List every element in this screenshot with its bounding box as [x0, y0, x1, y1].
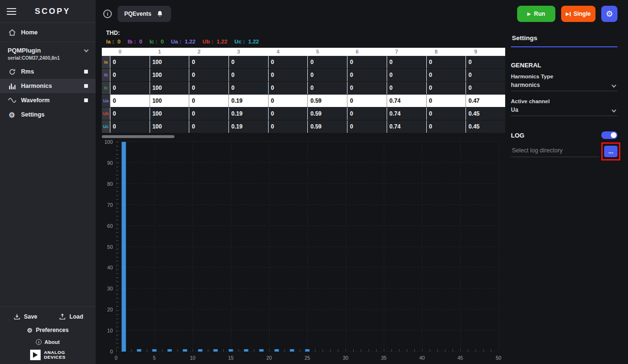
- table-row-ub[interactable]: Ub010000.1900.5900.7400.45: [102, 107, 505, 120]
- browse-directory-button[interactable]: ...: [604, 146, 617, 157]
- cell-ib-8[interactable]: 0: [426, 69, 466, 81]
- cell-ib-2[interactable]: 0: [189, 69, 228, 81]
- log-section: LOG ...: [511, 131, 617, 157]
- cell-uc-0[interactable]: 0: [110, 120, 150, 133]
- sidebar-plugin-header[interactable]: PQMPlugin serial:COM37,2400,8n1: [0, 42, 96, 64]
- cell-ua-7[interactable]: 0.74: [387, 95, 426, 107]
- preferences-button[interactable]: ⚙ Preferences: [0, 327, 96, 333]
- cell-ua-3[interactable]: 0.19: [228, 95, 268, 107]
- cell-ua-9[interactable]: 0.47: [466, 95, 505, 107]
- sidebar-item-harmonics[interactable]: Harmonics: [0, 79, 96, 93]
- settings-gear-button[interactable]: ⚙: [601, 6, 617, 22]
- analog-devices-logo: ANALOG DEVICES: [0, 350, 96, 360]
- table-horizontal-scrollbar[interactable]: [102, 135, 505, 139]
- sidebar-item-rms[interactable]: Rms: [0, 64, 96, 79]
- cell-uc-4[interactable]: 0: [268, 120, 308, 133]
- cell-ub-8[interactable]: 0: [426, 107, 466, 120]
- table-row-uc[interactable]: Uc010000.1900.5900.7400.45: [102, 120, 505, 133]
- cell-ub-6[interactable]: 0: [347, 107, 387, 120]
- cell-ib-6[interactable]: 0: [347, 69, 387, 81]
- save-label: Save: [24, 313, 37, 320]
- cell-ib-1[interactable]: 100: [150, 69, 189, 81]
- cell-ic-9[interactable]: 0: [466, 82, 505, 94]
- cell-ub-3[interactable]: 0.19: [228, 107, 268, 120]
- cell-ib-9[interactable]: 0: [466, 69, 505, 81]
- cell-ia-2[interactable]: 0: [189, 56, 228, 68]
- cell-ic-5[interactable]: 0: [307, 82, 347, 94]
- log-directory-input[interactable]: [511, 147, 599, 157]
- cell-ib-5[interactable]: 0: [307, 69, 347, 81]
- cell-ic-3[interactable]: 0: [228, 82, 268, 94]
- cell-ub-0[interactable]: 0: [110, 107, 150, 120]
- cell-ub-9[interactable]: 0.45: [466, 107, 505, 120]
- cell-ic-0[interactable]: 0: [110, 82, 150, 94]
- cell-ic-4[interactable]: 0: [268, 82, 308, 94]
- general-heading: GENERAL: [511, 62, 617, 69]
- rms-run-indicator[interactable]: [84, 70, 88, 74]
- cell-ua-0[interactable]: 0: [110, 95, 150, 107]
- x-tick-label: 50: [496, 355, 501, 361]
- harmonics-type-dropdown[interactable]: harmonics: [511, 82, 617, 91]
- harmonics-run-indicator[interactable]: [84, 84, 88, 88]
- cell-ua-5[interactable]: 0.59: [307, 95, 347, 107]
- table-row-ua[interactable]: Ua010000.1900.5900.7400.47: [102, 95, 505, 107]
- cell-ub-1[interactable]: 100: [150, 107, 189, 120]
- cell-uc-9[interactable]: 0.45: [466, 120, 505, 133]
- cell-uc-1[interactable]: 100: [150, 120, 189, 133]
- menu-toggle-button[interactable]: [7, 8, 16, 15]
- cell-ua-4[interactable]: 0: [268, 95, 308, 107]
- cell-ic-2[interactable]: 0: [189, 82, 228, 94]
- cell-ua-1[interactable]: 100: [150, 95, 189, 107]
- cell-uc-8[interactable]: 0: [426, 120, 466, 133]
- cell-ua-2[interactable]: 0: [189, 95, 228, 107]
- cell-uc-3[interactable]: 0.19: [228, 120, 268, 133]
- cell-ia-0[interactable]: 0: [110, 56, 150, 68]
- cell-ic-8[interactable]: 0: [426, 82, 466, 94]
- cell-ub-4[interactable]: 0: [268, 107, 308, 120]
- pqevents-button[interactable]: PQEvents: [118, 6, 171, 22]
- cell-ib-4[interactable]: 0: [268, 69, 308, 81]
- single-button[interactable]: ▶ Single: [561, 6, 596, 22]
- sidebar-item-settings[interactable]: ⚙ Settings: [0, 107, 96, 122]
- row-label-ic: Ic: [102, 82, 110, 94]
- save-button[interactable]: Save: [12, 313, 37, 320]
- cell-uc-6[interactable]: 0: [347, 120, 387, 133]
- cell-uc-7[interactable]: 0.74: [387, 120, 426, 133]
- cell-ia-8[interactable]: 0: [426, 56, 466, 68]
- cell-ib-3[interactable]: 0: [228, 69, 268, 81]
- cell-ib-7[interactable]: 0: [387, 69, 426, 81]
- cell-ub-5[interactable]: 0.59: [307, 107, 347, 120]
- cell-ib-0[interactable]: 0: [110, 69, 150, 81]
- table-row-ic[interactable]: Ic010000000000: [102, 82, 505, 95]
- cell-ub-7[interactable]: 0.74: [387, 107, 426, 120]
- active-channel-dropdown[interactable]: Ua: [511, 107, 617, 116]
- cell-uc-5[interactable]: 0.59: [307, 120, 347, 133]
- cell-ic-6[interactable]: 0: [347, 82, 387, 94]
- about-button[interactable]: i About: [0, 339, 96, 345]
- sidebar-item-home[interactable]: Home: [0, 23, 96, 42]
- cell-ia-9[interactable]: 0: [466, 56, 505, 68]
- table-row-ia[interactable]: Ia010000000000: [102, 56, 505, 69]
- instrument-info-button[interactable]: i: [103, 10, 112, 18]
- sidebar-item-waveform[interactable]: Waveform: [0, 93, 96, 107]
- log-toggle[interactable]: [601, 131, 617, 139]
- scrollbar-thumb[interactable]: [102, 135, 174, 138]
- cell-ia-6[interactable]: 0: [347, 56, 387, 68]
- harmonic-bar-19: [260, 349, 264, 352]
- cell-ic-7[interactable]: 0: [387, 82, 426, 94]
- load-button[interactable]: Load: [58, 313, 83, 320]
- y-tick-label: 70: [107, 202, 113, 208]
- waveform-run-indicator[interactable]: [84, 98, 88, 102]
- cell-ic-1[interactable]: 100: [150, 82, 189, 94]
- cell-ia-7[interactable]: 0: [387, 56, 426, 68]
- cell-ia-3[interactable]: 0: [228, 56, 268, 68]
- cell-ia-5[interactable]: 0: [307, 56, 347, 68]
- cell-ua-8[interactable]: 0: [426, 95, 466, 107]
- cell-ub-2[interactable]: 0: [189, 107, 228, 120]
- run-button[interactable]: ▶ Run: [517, 6, 555, 22]
- cell-ia-1[interactable]: 100: [150, 56, 189, 68]
- table-row-ib[interactable]: Ib010000000000: [102, 69, 505, 82]
- cell-uc-2[interactable]: 0: [189, 120, 228, 133]
- cell-ua-6[interactable]: 0: [347, 95, 387, 107]
- cell-ia-4[interactable]: 0: [268, 56, 308, 68]
